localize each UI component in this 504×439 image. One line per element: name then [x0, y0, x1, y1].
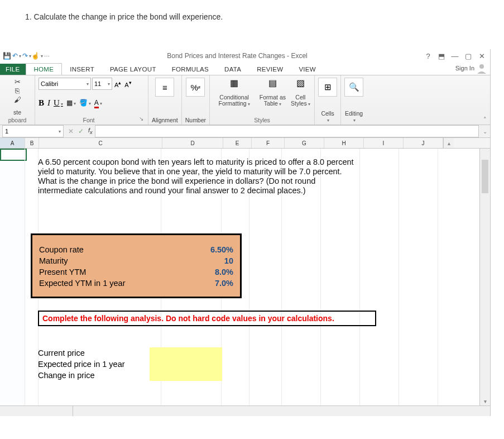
fx-icon[interactable]: fx [86, 127, 95, 135]
expected-ytm-value: 7.0% [194, 279, 233, 288]
cond-fmt-label[interactable]: Conditional Formatting▾ [213, 93, 255, 107]
column-headers: A B C D E F G H I J ▴ [0, 138, 490, 149]
title-bar: 💾 ↶▾ ↷▾ ☝▾ ⋯ Bond Prices and Interest Ra… [0, 49, 490, 63]
touch-mouse-icon[interactable]: ☝▾ [32, 51, 41, 60]
copy-icon[interactable]: ⎘ [15, 87, 20, 95]
conditional-formatting-icon[interactable]: ▦ [227, 78, 242, 93]
present-ytm-value: 8.0% [194, 268, 233, 276]
tab-home[interactable]: HOME [26, 63, 63, 75]
clipboard-group-label: pboard [3, 116, 31, 123]
change-price-label: Change in price [38, 370, 125, 381]
excel-window: 💾 ↶▾ ↷▾ ☝▾ ⋯ Bond Prices and Interest Ra… [0, 49, 491, 416]
window-title: Bond Prices and Interest Rate Changes - … [51, 52, 423, 60]
problem-text: A 6.50 percent coupon bond with ten year… [38, 158, 356, 195]
number-label: Number [185, 116, 206, 123]
editing-label[interactable]: Editing▾ [345, 109, 363, 123]
font-dialog-launcher-icon[interactable]: ↘ [139, 116, 145, 123]
formula-input[interactable] [95, 125, 479, 137]
redo-icon[interactable]: ↷▾ [22, 51, 31, 60]
col-header-e[interactable]: E [223, 138, 252, 148]
cell-styles-label[interactable]: Cell Styles▾ [290, 93, 311, 107]
font-name-input[interactable]: Calibri▾ [39, 78, 91, 90]
col-header-c[interactable]: C [39, 138, 162, 148]
maturity-value: 10 [194, 256, 233, 265]
tab-file[interactable]: FILE [0, 64, 26, 75]
col-header-f[interactable]: F [252, 138, 285, 148]
col-header-j[interactable]: J [404, 138, 443, 148]
instruction-box: Complete the following analysis. Do not … [38, 311, 376, 326]
alignment-icon[interactable]: ≡ [155, 78, 174, 97]
tab-data[interactable]: DATA [217, 64, 249, 75]
answer-input-area[interactable] [150, 347, 222, 381]
col-header-i[interactable]: I [364, 138, 404, 148]
coupon-rate-value: 6.50% [194, 245, 233, 254]
ribbon-display-icon[interactable]: ⬒ [436, 52, 447, 60]
italic-button[interactable]: I [47, 98, 50, 108]
maturity-label: Maturity [39, 256, 194, 265]
svg-point-0 [479, 64, 484, 69]
answer-labels: Current price Expected price in 1 year C… [38, 347, 125, 381]
format-as-table-icon[interactable]: ▤ [265, 78, 280, 93]
fill-color-icon[interactable]: 🪣▾ [79, 99, 91, 107]
col-header-a[interactable]: A [0, 138, 25, 148]
coupon-rate-label: Coupon rate [39, 245, 194, 254]
active-cell[interactable] [0, 149, 27, 161]
ribbon: ✂ ⎘ 🖌 ste pboard Calibri▾ 11▾ A▴ A▾ B I … [0, 75, 490, 125]
col-header-g[interactable]: G [285, 138, 324, 148]
expected-ytm-label: Expected YTM in 1 year [39, 279, 194, 288]
minimize-icon[interactable]: — [450, 52, 460, 60]
scroll-up-icon[interactable]: ▴ [443, 138, 454, 148]
font-group-label: Font [39, 116, 139, 123]
borders-icon[interactable]: ▦▾ [66, 99, 76, 107]
undo-icon[interactable]: ↶▾ [12, 51, 21, 60]
col-header-b[interactable]: B [25, 138, 39, 148]
current-price-label: Current price [38, 347, 125, 359]
col-header-d[interactable]: D [162, 138, 223, 148]
name-box[interactable]: 1▾ [2, 125, 64, 137]
input-box: Coupon rate6.50% Maturity10 Present YTM8… [31, 233, 242, 298]
collapse-ribbon-icon[interactable]: ˄ [483, 116, 487, 123]
tab-page-layout[interactable]: PAGE LAYOUT [102, 64, 164, 75]
cells-icon[interactable]: ⊞ [318, 78, 337, 97]
close-icon[interactable]: ✕ [477, 52, 487, 60]
shrink-font-icon[interactable]: A▾ [123, 79, 132, 88]
number-format-icon[interactable]: %≠ [186, 78, 205, 97]
editing-icon[interactable]: 🔍 [344, 78, 363, 97]
cell-styles-icon[interactable]: ▧ [292, 78, 308, 93]
tab-view[interactable]: VIEW [291, 64, 324, 75]
font-size-input[interactable]: 11▾ [92, 78, 112, 90]
underline-button[interactable]: U▾ [54, 98, 63, 108]
fmt-table-label[interactable]: Format as Table▾ [257, 93, 288, 107]
paste-label: ste [3, 108, 31, 116]
question-text: 1. Calculate the change in price the bon… [0, 0, 504, 21]
help-icon[interactable]: ? [423, 52, 433, 60]
col-header-h[interactable]: H [324, 138, 364, 148]
expand-formula-bar-icon[interactable]: ⌄ [481, 128, 490, 135]
present-ytm-label: Present YTM [39, 268, 194, 276]
grow-font-icon[interactable]: A▴ [113, 79, 122, 88]
cut-icon[interactable]: ✂ [15, 78, 21, 86]
format-painter-icon[interactable]: 🖌 [14, 96, 21, 104]
styles-group-label: Styles [213, 116, 311, 123]
formula-bar: 1▾ ✕ ✓ fx ⌄ [0, 125, 490, 138]
sheet-tab-area[interactable] [0, 406, 73, 416]
tab-formulas[interactable]: FORMULAS [164, 64, 217, 75]
spreadsheet-grid[interactable]: A 6.50 percent coupon bond with ten year… [0, 149, 490, 405]
font-color-icon[interactable]: A▾ [94, 99, 102, 107]
horizontal-scrollbar[interactable] [0, 405, 490, 416]
bold-button[interactable]: B [39, 98, 44, 108]
scroll-down-icon[interactable]: ▾ [480, 397, 490, 405]
tab-review[interactable]: REVIEW [249, 64, 291, 75]
alignment-label: Alignment [152, 116, 178, 123]
cells-label[interactable]: Cells▾ [321, 109, 334, 123]
expected-price-label: Expected price in 1 year [38, 359, 125, 370]
enter-formula-icon[interactable]: ✓ [76, 127, 86, 135]
vertical-scrollbar[interactable]: ▾ [479, 149, 490, 405]
restore-icon[interactable]: ▢ [463, 52, 473, 60]
save-icon[interactable]: 💾 [2, 51, 11, 60]
tab-insert[interactable]: INSERT [62, 64, 102, 75]
ribbon-tabs: FILE HOME INSERT PAGE LAYOUT FORMULAS DA… [0, 63, 490, 75]
sign-in-button[interactable]: Sign In [453, 61, 490, 75]
qat-customize-icon[interactable]: ⋯ [42, 51, 51, 60]
cancel-formula-icon[interactable]: ✕ [66, 127, 76, 135]
